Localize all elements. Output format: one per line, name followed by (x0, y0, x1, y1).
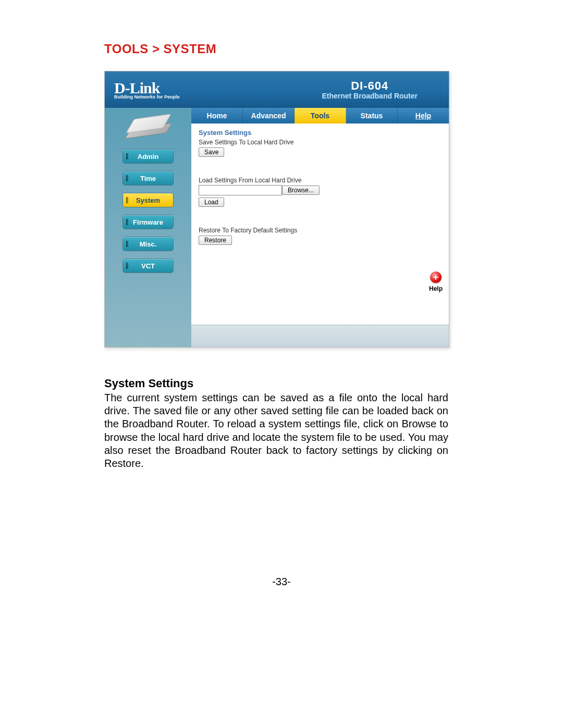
help-icon[interactable]: + (430, 272, 442, 283)
sidebar-item-firmware[interactable]: Firmware (123, 215, 173, 229)
tab-help[interactable]: Help (398, 108, 449, 124)
tab-advanced[interactable]: Advanced (243, 108, 295, 124)
help-action[interactable]: + Help (429, 272, 443, 292)
tab-tools[interactable]: Tools (295, 108, 346, 124)
product-title: DI-604 Ethernet Broadband Router (322, 80, 418, 100)
tab-status[interactable]: Status (346, 108, 398, 124)
load-settings-label: Load Settings From Local Hard Drive (199, 177, 442, 184)
sidebar: Admin Time System Firmware Misc. VCT (105, 108, 191, 347)
sidebar-item-system[interactable]: System (123, 193, 173, 207)
save-settings-label: Save Settings To Local Hard Drive (199, 139, 442, 146)
sidebar-item-vct[interactable]: VCT (123, 259, 173, 273)
sidebar-item-admin[interactable]: Admin (123, 150, 173, 163)
restore-button[interactable]: Restore (199, 236, 232, 245)
logo-tagline: Building Networks for People (114, 95, 180, 100)
page-number: -33- (0, 576, 563, 588)
product-subtitle: Ethernet Broadband Router (322, 92, 418, 100)
sidebar-item-misc[interactable]: Misc. (123, 237, 173, 251)
tab-home[interactable]: Home (191, 108, 243, 124)
product-model: DI-604 (322, 80, 418, 92)
router-admin-screenshot: D-Link Building Networks for People DI-6… (104, 71, 449, 348)
breadcrumb: TOOLS > SYSTEM (104, 42, 459, 56)
description-body: The current system settings can be saved… (104, 391, 448, 470)
logo-text: D-Link (114, 80, 180, 96)
content-area: System Settings Save Settings To Local H… (191, 124, 449, 325)
description-heading: System Settings (104, 377, 459, 390)
save-button[interactable]: Save (199, 147, 224, 157)
footer-strip (191, 325, 449, 347)
restore-label: Restore To Factory Default Settings (199, 227, 442, 234)
brand-logo: D-Link Building Networks for People (114, 80, 180, 100)
browse-button[interactable]: Browse... (282, 186, 320, 195)
device-illustration (125, 114, 172, 138)
file-path-input[interactable] (199, 185, 282, 195)
section-heading: System Settings (199, 129, 442, 137)
help-icon-label: Help (429, 285, 443, 292)
main-panel: Home Advanced Tools Status Help System S… (191, 108, 449, 347)
header-bar: D-Link Building Networks for People DI-6… (105, 71, 449, 108)
load-button[interactable]: Load (199, 198, 224, 207)
sidebar-item-time[interactable]: Time (123, 171, 173, 185)
top-tabs: Home Advanced Tools Status Help (191, 108, 449, 124)
